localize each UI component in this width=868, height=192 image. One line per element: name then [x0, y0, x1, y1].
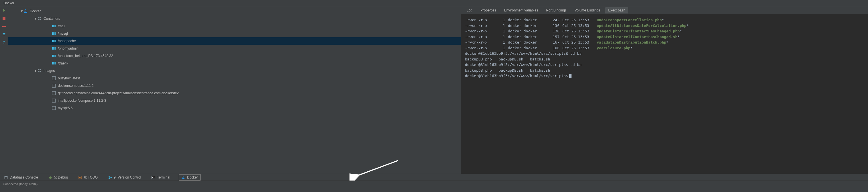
tab-exec-bash[interactable]: Exec: bash — [605, 7, 628, 13]
svg-rect-53 — [182, 177, 183, 178]
filter-icon[interactable] — [2, 32, 6, 37]
tab-properties[interactable]: Properties — [477, 7, 499, 13]
svg-rect-7 — [39, 17, 41, 18]
images-label: Images — [43, 69, 55, 73]
container-icon — [52, 39, 56, 43]
svg-rect-34 — [38, 69, 39, 70]
svg-rect-0 — [3, 17, 5, 20]
folder-icon — [37, 68, 42, 73]
toolwindow-debug[interactable]: 5: Debug — [47, 175, 70, 180]
svg-rect-1 — [2, 26, 6, 27]
tree-root-label: Docker — [30, 9, 41, 13]
toolwindow-docker[interactable]: Docker — [179, 174, 200, 181]
container-label: /mysql — [58, 32, 68, 35]
expand-arrow-icon[interactable]: ▼ — [34, 69, 37, 73]
image-label: git.thecodingmachine.com:444/tcm-project… — [58, 91, 179, 95]
toolwindow-label: 9: Version Control — [114, 175, 141, 180]
image-icon — [52, 106, 56, 110]
tree-image-mysql[interactable]: ▼ mysql:5.6 — [8, 104, 461, 112]
tree-containers-node[interactable]: ▼ Containers — [8, 15, 461, 22]
image-icon — [52, 91, 56, 95]
svg-rect-35 — [39, 69, 41, 70]
tree-panel: ▼ Docker ▼ Containers ▼ /mail ▼ /mysql ▼ — [8, 6, 461, 174]
svg-rect-52 — [152, 176, 155, 179]
containers-label: Containers — [43, 17, 60, 21]
tab-env[interactable]: Environment variables — [501, 7, 541, 13]
svg-rect-37 — [39, 71, 41, 72]
svg-rect-36 — [38, 71, 39, 72]
panel-header: Docker — [0, 0, 868, 6]
tree-image-intellij[interactable]: ▼ intellij/docker/compose:1.11.2-3 — [8, 97, 461, 104]
container-icon — [52, 54, 56, 58]
toolwindow-label: Database Console — [10, 175, 38, 180]
left-toolbar: ? — [0, 6, 8, 174]
svg-rect-38 — [52, 76, 56, 80]
tree-root-docker[interactable]: ▼ Docker — [8, 7, 461, 15]
bug-icon — [49, 175, 53, 180]
detail-panel: Log Properties Environment variables Por… — [461, 6, 868, 174]
svg-rect-40 — [52, 91, 56, 95]
container-label: /traefik — [58, 61, 68, 65]
svg-point-43 — [5, 176, 7, 177]
svg-rect-3 — [24, 10, 25, 11]
svg-rect-6 — [38, 17, 39, 18]
svg-rect-9 — [39, 19, 41, 20]
svg-rect-8 — [38, 19, 39, 20]
svg-rect-41 — [52, 99, 56, 102]
container-icon — [52, 24, 56, 28]
toolwindow-todo[interactable]: 6: TODO — [76, 175, 99, 180]
terminal-output[interactable]: -rwxr-xr-x1docker docker242Oct 25 13:53 … — [461, 14, 868, 174]
svg-point-51 — [111, 177, 112, 178]
toolwindow-terminal[interactable]: Terminal — [150, 175, 172, 180]
status-text: Connected (today 13:04) — [3, 182, 37, 186]
tree-image-busybox[interactable]: ▼ busybox:latest — [8, 74, 461, 82]
toolwindow-database-console[interactable]: Database Console — [2, 175, 40, 180]
svg-rect-5 — [25, 9, 26, 10]
folder-icon — [37, 16, 42, 21]
run-icon[interactable] — [2, 8, 6, 12]
tree-images-node[interactable]: ▼ Images — [8, 67, 461, 74]
tree-container-traefik[interactable]: ▼ /traefik — [8, 60, 461, 67]
tree-image-git[interactable]: ▼ git.thecodingmachine.com:444/tcm-proje… — [8, 89, 461, 97]
tree-container-phpapache[interactable]: ▼ /phpapache — [8, 37, 461, 45]
svg-point-44 — [49, 177, 52, 179]
tab-volumes[interactable]: Volume Bindings — [572, 7, 603, 13]
toolwindow-label: Terminal — [157, 175, 170, 180]
image-icon — [52, 76, 56, 81]
tree-container-mail[interactable]: ▼ /mail — [8, 22, 461, 30]
toolwindow-vcs[interactable]: 9: Version Control — [106, 175, 143, 180]
tab-log[interactable]: Log — [464, 7, 475, 13]
container-label: /phpstorm_helpers_PS-173.4548.32 — [58, 54, 113, 58]
expand-arrow-icon[interactable]: ▼ — [20, 9, 24, 13]
image-label: docker/compose:1.11.2 — [58, 84, 94, 88]
svg-rect-4 — [25, 10, 26, 11]
tab-label: Environment variables — [504, 8, 538, 12]
svg-text:?: ? — [3, 40, 5, 44]
tree-container-mysql[interactable]: ▼ /mysql — [8, 30, 461, 37]
tab-label: Log — [467, 8, 472, 12]
tree-container-phpmyadmin[interactable]: ▼ /phpmyadmin — [8, 45, 461, 52]
tab-label: Port Bindings — [546, 8, 566, 12]
tab-label: Properties — [480, 8, 496, 12]
stop-icon[interactable] — [2, 16, 6, 21]
docker-icon — [24, 9, 28, 13]
expand-arrow-icon[interactable]: ▼ — [34, 17, 37, 21]
svg-point-50 — [108, 178, 110, 179]
image-label: mysql:5.6 — [58, 106, 72, 110]
container-label: /mail — [58, 24, 65, 28]
image-label: intellij/docker/compose:1.11.2-3 — [58, 99, 106, 103]
bottom-toolbar: Database Console 5: Debug 6: TODO 9: Ver… — [0, 174, 868, 181]
terminal-icon — [151, 175, 155, 180]
toolwindow-label: 6: TODO — [84, 175, 98, 180]
tab-label: Volume Bindings — [575, 8, 600, 12]
container-icon — [52, 31, 56, 36]
svg-rect-54 — [183, 177, 184, 178]
vcs-icon — [108, 175, 112, 180]
minus-icon[interactable] — [2, 24, 6, 29]
tree-image-compose[interactable]: ▼ docker/compose:1.11.2 — [8, 82, 461, 89]
tree-container-phpstorm-helpers[interactable]: ▼ /phpstorm_helpers_PS-173.4548.32 — [8, 52, 461, 60]
tab-ports[interactable]: Port Bindings — [543, 7, 569, 13]
help-icon[interactable]: ? — [2, 40, 6, 45]
container-label: /phpapache — [58, 39, 76, 43]
database-icon — [4, 175, 8, 180]
